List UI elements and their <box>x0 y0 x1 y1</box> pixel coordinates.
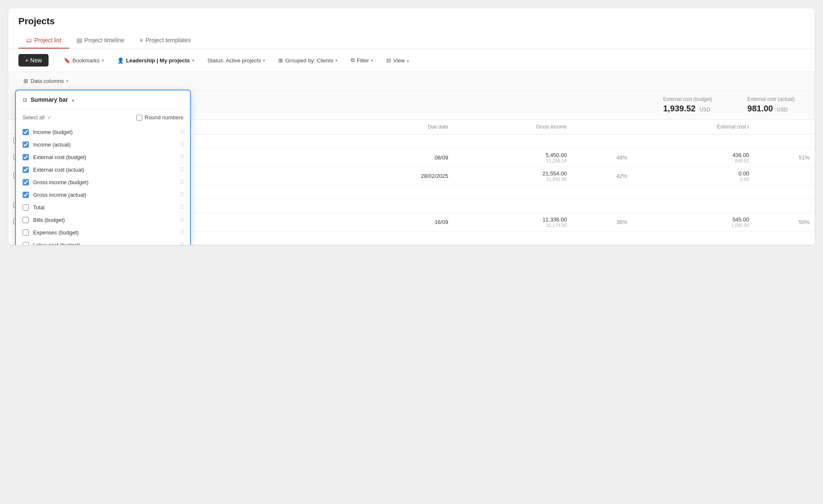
list-item: Income (actual) ⠿ <box>23 138 183 151</box>
project3-gross-pct: 36% <box>572 213 633 231</box>
checkbox-list: Income (budget) ⠿ Income (actual) ⠿ <box>16 124 190 245</box>
toolbar-separator <box>54 56 54 64</box>
grid-icon: ⊞ <box>278 57 283 64</box>
view-icon: ⊟ <box>386 57 391 64</box>
project3-ext-cost: 545.00 1,090.00 <box>632 213 754 231</box>
panel-header-chevron: ▴ <box>72 98 74 102</box>
bookmarks-button[interactable]: 🔖 Bookmarks ▾ <box>59 55 108 66</box>
item2-drag-handle[interactable]: ⠿ <box>180 154 183 160</box>
col-gross-pct <box>572 120 633 134</box>
project3-gross-income: 11,336.00 31,174.00 <box>453 213 572 231</box>
tab-project-list[interactable]: 🗂 Project list <box>18 33 69 49</box>
filter-chevron: ▾ <box>371 58 373 63</box>
filter-button[interactable]: ⧉ Filter ▾ <box>346 54 378 66</box>
project3-ext-pct: 50% <box>754 213 815 231</box>
item5-checkbox[interactable] <box>23 192 29 198</box>
round-numbers-checkbox[interactable] <box>136 115 142 121</box>
item4-checkbox[interactable] <box>23 179 29 185</box>
project-templates-icon: ≡ <box>139 37 143 44</box>
leadership-chevron: ▾ <box>192 58 194 63</box>
grouped-by-button[interactable]: ⊞ Grouped by: Clients ▾ <box>274 55 342 66</box>
list-item: Income (budget) ⠿ <box>23 126 183 138</box>
bookmark-icon: 🔖 <box>64 57 70 64</box>
item0-drag-handle[interactable]: ⠿ <box>180 129 183 135</box>
round-numbers-label[interactable]: Round numbers <box>136 114 184 121</box>
grouped-chevron: ▾ <box>335 58 337 63</box>
item1-checkbox[interactable] <box>23 141 29 148</box>
filter-icon: ⧉ <box>351 57 355 64</box>
project3-due-date: 16/09 <box>345 213 453 231</box>
item7-checkbox[interactable] <box>23 217 29 223</box>
data-columns-chevron: ▾ <box>66 79 68 83</box>
list-item: Expenses (budget) ⠿ <box>23 226 183 239</box>
item2-checkbox[interactable] <box>23 154 29 160</box>
project1-due-date: 08/09 <box>345 149 453 167</box>
panel-header: ⊟ Summary bar ▴ <box>16 90 190 109</box>
project-timeline-icon: ▤ <box>77 37 82 44</box>
tab-bar: 🗂 Project list ▤ Project timeline ≡ Proj… <box>18 33 805 49</box>
item9-drag-handle[interactable]: ⠿ <box>180 242 183 245</box>
leadership-button[interactable]: 👤 Leadership | My projects ▾ <box>113 55 198 66</box>
list-item: External cost (actual) ⠿ <box>23 163 183 176</box>
summary-ext-cost-budget: External cost (budget) 1,939.52 USD <box>663 90 722 119</box>
select-all-button[interactable]: Select all ✓ <box>23 114 51 121</box>
toolbar: + New 🔖 Bookmarks ▾ 👤 Leadership | My pr… <box>8 49 815 72</box>
user-icon: 👤 <box>117 57 124 64</box>
status-button[interactable]: Status: Active projects ▾ <box>203 55 270 66</box>
panel-header-icon: ⊟ <box>23 97 27 103</box>
item8-checkbox[interactable] <box>23 229 29 236</box>
item5-drag-handle[interactable]: ⠿ <box>180 191 183 198</box>
item0-checkbox[interactable] <box>23 129 29 135</box>
col-ext-pct <box>754 120 815 134</box>
project2-due-date: 28/02/2025 <box>345 167 453 185</box>
item4-drag-handle[interactable]: ⠿ <box>180 179 183 185</box>
col-gross-income: Gross income <box>453 120 572 134</box>
item3-checkbox[interactable] <box>23 167 29 173</box>
list-item: Gross income (budget) ⠿ <box>23 176 183 188</box>
view-button[interactable]: ⊟ View ▴ <box>382 55 414 66</box>
item9-checkbox[interactable] <box>23 242 29 245</box>
list-item: External cost (budget) ⠿ <box>23 151 183 163</box>
panel-top-row: Select all ✓ Round numbers <box>16 109 190 124</box>
item6-drag-handle[interactable]: ⠿ <box>180 204 183 211</box>
item3-drag-handle[interactable]: ⠿ <box>180 166 183 173</box>
project2-ext-cost: 0.00 0.00 <box>632 167 754 185</box>
col-due-date: Due date <box>345 120 453 134</box>
view-chevron: ▴ <box>407 58 409 63</box>
item1-drag-handle[interactable]: ⠿ <box>180 141 183 148</box>
project2-ext-pct <box>754 167 815 185</box>
project1-ext-pct: 51% <box>754 149 815 167</box>
list-item: Total ⠿ <box>23 201 183 213</box>
item6-checkbox[interactable] <box>23 204 29 211</box>
list-item: Labor cost (budget) ⠿ <box>23 239 183 245</box>
page-header: Projects 🗂 Project list ▤ Project timeli… <box>8 8 815 49</box>
project1-gross-income: 5,450.00 11,256.14 <box>453 149 572 167</box>
columns-icon: ⊞ <box>23 78 28 84</box>
item8-drag-handle[interactable]: ⠿ <box>180 229 183 236</box>
project2-gross-income: 21,554.00 51,892.80 <box>453 167 572 185</box>
tab-project-templates[interactable]: ≡ Project templates <box>132 33 198 49</box>
list-item: Gross income (actual) ⠿ <box>23 188 183 201</box>
item7-drag-handle[interactable]: ⠿ <box>180 216 183 223</box>
select-all-check-icon: ✓ <box>47 115 51 121</box>
tab-project-timeline[interactable]: ▤ Project timeline <box>69 33 132 49</box>
status-chevron: ▾ <box>263 58 265 63</box>
project2-gross-pct: 42% <box>572 167 633 185</box>
table-overlay-area: ⊞ Data columns ▾ Income (budget) 112,612… <box>8 72 815 245</box>
data-columns-button[interactable]: ⊞ Data columns ▾ <box>13 74 78 88</box>
data-columns-row: ⊞ Data columns ▾ <box>8 72 815 90</box>
project-list-icon: 🗂 <box>26 37 32 44</box>
project1-gross-pct: 48% <box>572 149 633 167</box>
bookmarks-chevron: ▾ <box>102 58 104 63</box>
new-button[interactable]: + New <box>18 54 49 67</box>
list-item: Bills (budget) ⠿ <box>23 213 183 226</box>
project1-ext-cost: 436.00 849.52 <box>632 149 754 167</box>
page-title: Projects <box>18 16 805 27</box>
summary-ext-cost-actual: External cost (actual) 981.00 USD <box>747 90 805 119</box>
summary-bar-dropdown: ⊟ Summary bar ▴ Select all ✓ Round numbe… <box>15 90 191 245</box>
col-external-cost: External cost ℹ <box>632 120 754 134</box>
